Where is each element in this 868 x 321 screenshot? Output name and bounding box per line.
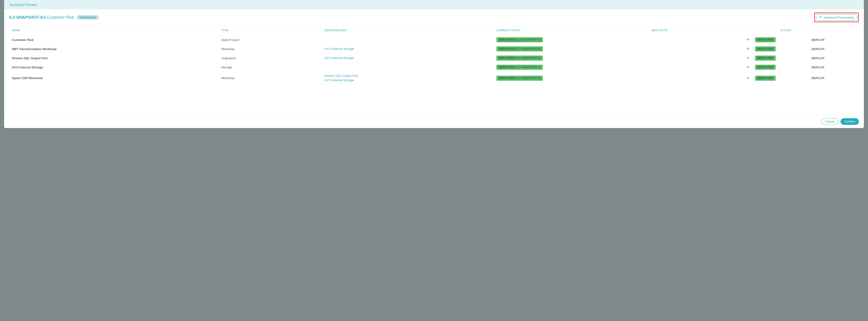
arrow-right-icon — [746, 76, 749, 81]
summary-preview-dialog: Summary Preview 0.2-SNAPSHOT-5 of Custom… — [4, 0, 864, 128]
table-row: GCS Internal StorageStorageDEPLOYED (0.2… — [4, 63, 864, 72]
status-badge: DEPLOYED (0.2-SNAPSHOT-4) — [496, 56, 543, 61]
cell-name: DBT Transformation Workload — [4, 44, 219, 54]
provisioning-table: NAME TYPE DEPENDENCIES CURRENT STATE NEW… — [4, 26, 864, 85]
cell-dependencies — [322, 63, 494, 72]
cell-current-state: DEPLOYED (0.2-SNAPSHOT-4) — [494, 35, 649, 44]
cancel-button[interactable]: Cancel — [822, 118, 838, 125]
cell-name: Spark CDP Workload — [4, 72, 219, 85]
arrow-right-icon — [746, 65, 749, 69]
cell-name: GCS Internal Storage — [4, 63, 219, 72]
dependency-link[interactable]: GCS Internal Storage — [324, 47, 492, 51]
cell-new-state: DEPLOYED — [649, 54, 778, 63]
preview-header-label: Summary Preview — [9, 3, 37, 7]
table-header-row: NAME TYPE DEPENDENCIES CURRENT STATE NEW… — [4, 26, 864, 35]
cell-dependencies: GCS Internal Storage — [322, 54, 494, 63]
cell-current-state: DEPLOYED (0.2-SNAPSHOT-4) — [494, 54, 649, 63]
status-badge: DEPLOYED — [755, 46, 776, 52]
column-header-new-state: NEW STATE — [649, 26, 778, 35]
snapshot-version: 0.2-SNAPSHOT-5 — [9, 15, 42, 20]
table-row: DBT Transformation WorkloadWorkloadGCS I… — [4, 44, 864, 54]
status-badge: DEPLOYED (0.2-SNAPSHOT-4) — [496, 46, 543, 52]
preview-header: Summary Preview — [4, 0, 864, 9]
advanced-provisioning-button[interactable]: Advanced Provisioning — [816, 14, 857, 21]
status-badge: DEPLOYED — [755, 37, 776, 42]
dialog-footer: Cancel Confirm — [4, 115, 864, 128]
status-badge: DEPLOYED (0.2-SNAPSHOT-4) — [496, 76, 543, 81]
cell-action: DEPLOY — [778, 63, 864, 72]
column-header-name: NAME — [4, 26, 219, 35]
column-header-type: TYPE — [219, 26, 322, 35]
status-badge: DEPLOYED — [755, 65, 776, 70]
advanced-provisioning-label: Advanced Provisioning — [824, 16, 854, 19]
cell-action: DEPLOY — [778, 54, 864, 63]
status-badge: DEPLOYED — [755, 56, 776, 61]
arrow-right-icon — [746, 38, 749, 42]
column-header-dependencies: DEPENDENCIES — [322, 26, 494, 35]
column-header-action: ACTION — [778, 26, 864, 35]
cell-action: DEPLOY — [778, 44, 864, 54]
status-badge: DEPLOYED (0.2-SNAPSHOT-4) — [496, 65, 543, 70]
cell-action: DEPLOY — [778, 72, 864, 85]
confirm-button[interactable]: Confirm — [841, 118, 859, 125]
table-row: Customer RiskData ProductDEPLOYED (0.2-S… — [4, 35, 864, 44]
arrow-right-icon — [746, 47, 749, 51]
cell-dependencies: GCS Internal Storage — [322, 44, 494, 54]
dependency-link[interactable]: GCS Internal Storage — [324, 78, 492, 83]
snapshot-suffix: of Customer Risk — [42, 15, 74, 20]
pencil-icon — [819, 15, 822, 19]
status-badge: DEPLOYED — [755, 76, 776, 81]
table-row: Spark CDP WorkloadWorkloadDremio SQL Out… — [4, 72, 864, 85]
cell-action: DEPLOY — [778, 35, 864, 44]
status-badge: DEPLOYED (0.2-SNAPSHOT-4) — [496, 37, 543, 42]
column-header-current-state: CURRENT STATE — [494, 26, 649, 35]
cell-new-state: DEPLOYED — [649, 72, 778, 85]
cell-current-state: DEPLOYED (0.2-SNAPSHOT-4) — [494, 63, 649, 72]
cell-current-state: DEPLOYED (0.2-SNAPSHOT-4) — [494, 72, 649, 85]
arrow-right-icon — [746, 56, 749, 60]
cell-type: Storage — [219, 63, 322, 72]
dependency-link[interactable]: Dremio SQL Output Port — [324, 74, 492, 78]
environment-badge: Development — [77, 15, 98, 20]
cell-dependencies: Dremio SQL Output PortGCS Internal Stora… — [322, 72, 494, 85]
cell-dependencies — [322, 35, 494, 44]
cell-current-state: DEPLOYED (0.2-SNAPSHOT-4) — [494, 44, 649, 54]
dependency-link[interactable]: GCS Internal Storage — [324, 56, 492, 60]
cell-new-state: DEPLOYED — [649, 63, 778, 72]
cell-name: Customer Risk — [4, 35, 219, 44]
cell-type: Workload — [219, 72, 322, 85]
title-bar: 0.2-SNAPSHOT-5 of Customer Risk Developm… — [4, 9, 864, 26]
advanced-provisioning-highlight: Advanced Provisioning — [814, 12, 859, 22]
cell-type: Workload — [219, 44, 322, 54]
table-row: Dremio SQL Output PortOutputportGCS Inte… — [4, 54, 864, 63]
cell-new-state: DEPLOYED — [649, 35, 778, 44]
cell-name: Dremio SQL Output Port — [4, 54, 219, 63]
cell-type: Outputport — [219, 54, 322, 63]
cell-new-state: DEPLOYED — [649, 44, 778, 54]
cell-type: Data Product — [219, 35, 322, 44]
